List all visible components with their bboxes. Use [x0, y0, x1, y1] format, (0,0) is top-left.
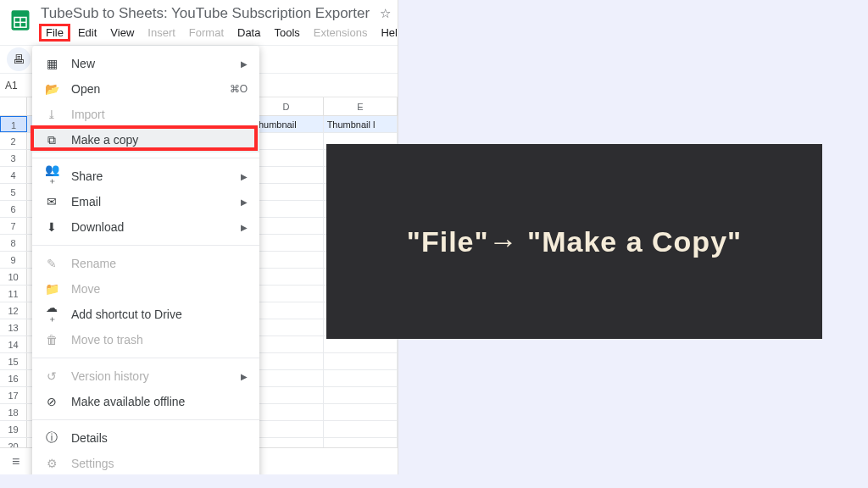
- menu-download[interactable]: ⬇ Download ▶: [32, 214, 259, 240]
- cell[interactable]: [249, 353, 323, 369]
- document-title[interactable]: TubeSub to Sheets: YouTube Subscription …: [39, 5, 371, 22]
- menu-data[interactable]: Data: [231, 24, 266, 42]
- cell[interactable]: [324, 353, 398, 369]
- cell[interactable]: Thumbnail: [249, 116, 323, 132]
- row-header[interactable]: 18: [0, 404, 27, 420]
- cell[interactable]: [249, 252, 323, 268]
- history-icon: ↺: [44, 369, 59, 383]
- cell[interactable]: [324, 387, 398, 403]
- menu-move-label: Move: [71, 282, 248, 296]
- cell[interactable]: [249, 336, 323, 352]
- cell[interactable]: [249, 319, 323, 336]
- cell[interactable]: [249, 235, 323, 251]
- cell[interactable]: [249, 286, 323, 302]
- menu-separator: [32, 158, 259, 158]
- row-header[interactable]: 13: [0, 319, 27, 336]
- menu-extensions[interactable]: Extensions: [308, 24, 374, 42]
- col-header-d[interactable]: D: [249, 97, 323, 115]
- menu-separator: [32, 245, 259, 246]
- cell[interactable]: [324, 370, 398, 386]
- instruction-text: "File"→ "Make a Copy": [407, 225, 742, 258]
- row-header[interactable]: 2: [0, 133, 27, 149]
- menu-settings[interactable]: ⚙ Settings: [32, 451, 259, 474]
- share-icon: 👥⁺: [44, 163, 59, 190]
- menu-make-a-copy[interactable]: ⧉ Make a copy: [32, 127, 259, 152]
- sheets-logo-icon[interactable]: [8, 5, 32, 36]
- menu-details[interactable]: ⓘ Details: [32, 425, 259, 451]
- copy-icon: ⧉: [44, 133, 59, 147]
- menu-file[interactable]: File: [39, 24, 70, 42]
- menu-separator: [32, 358, 259, 358]
- instruction-overlay: "File"→ "Make a Copy": [326, 144, 822, 339]
- row-header[interactable]: 1: [0, 116, 27, 132]
- row-header[interactable]: 16: [0, 370, 27, 386]
- print-icon[interactable]: 🖶: [7, 47, 31, 71]
- cell[interactable]: [249, 269, 323, 285]
- cell[interactable]: [249, 150, 323, 166]
- menu-share-label: Share: [71, 169, 229, 183]
- star-icon[interactable]: ☆: [380, 6, 391, 21]
- menu-view[interactable]: View: [104, 24, 140, 42]
- cell[interactable]: [249, 133, 323, 149]
- col-header-e[interactable]: E: [324, 97, 398, 115]
- file-menu-dropdown: ▦ New ▶ 📂 Open ⌘O ⤓ Import ⧉ Make a copy…: [32, 46, 259, 474]
- menu-version-history[interactable]: ↺ Version history ▶: [32, 363, 259, 389]
- row-header[interactable]: 8: [0, 235, 27, 251]
- menu-trash[interactable]: 🗑 Move to trash: [32, 327, 259, 352]
- menu-add-shortcut-label: Add shortcut to Drive: [71, 308, 248, 321]
- rename-icon: ✎: [44, 257, 59, 270]
- submenu-arrow-icon: ▶: [241, 372, 248, 381]
- cell[interactable]: [249, 167, 323, 183]
- menu-offline[interactable]: ⊘ Make available offline: [32, 389, 259, 414]
- cell[interactable]: [324, 404, 398, 420]
- menu-format[interactable]: Format: [183, 24, 230, 42]
- menubar: File Edit View Insert Format Data Tools …: [39, 22, 398, 45]
- row-header[interactable]: 9: [0, 252, 27, 268]
- cell[interactable]: [324, 421, 398, 437]
- row-header[interactable]: 10: [0, 269, 27, 285]
- row-header[interactable]: 6: [0, 201, 27, 217]
- row-header[interactable]: 5: [0, 184, 27, 200]
- all-sheets-icon[interactable]: ≡: [7, 454, 25, 469]
- menu-open-shortcut: ⌘O: [230, 83, 248, 95]
- menu-email[interactable]: ✉ Email ▶: [32, 189, 259, 214]
- cell[interactable]: [249, 387, 323, 403]
- cell[interactable]: [249, 302, 323, 319]
- row-header[interactable]: 11: [0, 286, 27, 302]
- menu-tools[interactable]: Tools: [268, 24, 305, 42]
- cell[interactable]: [249, 404, 323, 420]
- trash-icon: 🗑: [44, 333, 59, 347]
- menu-move[interactable]: 📁 Move: [32, 276, 259, 302]
- cell[interactable]: [249, 218, 323, 234]
- cell[interactable]: [249, 421, 323, 437]
- menu-import-label: Import: [71, 108, 248, 121]
- cell[interactable]: [249, 370, 323, 386]
- menu-rename[interactable]: ✎ Rename: [32, 251, 259, 276]
- submenu-arrow-icon: ▶: [241, 172, 248, 181]
- download-icon: ⬇: [44, 220, 59, 234]
- row-header[interactable]: 14: [0, 336, 27, 352]
- row-header[interactable]: 4: [0, 167, 27, 183]
- menu-import[interactable]: ⤓ Import: [32, 102, 259, 127]
- row-header[interactable]: 12: [0, 302, 27, 319]
- submenu-arrow-icon: ▶: [241, 223, 248, 232]
- menu-add-shortcut[interactable]: ☁⁺ Add shortcut to Drive: [32, 302, 259, 327]
- row-header[interactable]: 17: [0, 387, 27, 403]
- menu-new[interactable]: ▦ New ▶: [32, 51, 259, 76]
- menu-share[interactable]: 👥⁺ Share ▶: [32, 164, 259, 189]
- folder-open-icon: 📂: [44, 82, 59, 96]
- menu-trash-label: Move to trash: [71, 333, 248, 347]
- cell[interactable]: [249, 184, 323, 200]
- row-header[interactable]: 3: [0, 150, 27, 166]
- row-header[interactable]: 7: [0, 218, 27, 234]
- menu-help[interactable]: Help: [375, 24, 398, 42]
- move-icon: 📁: [44, 282, 59, 296]
- row-header[interactable]: 19: [0, 421, 27, 437]
- new-icon: ▦: [44, 57, 59, 70]
- cell[interactable]: [249, 201, 323, 217]
- menu-insert[interactable]: Insert: [142, 24, 181, 42]
- row-header[interactable]: 15: [0, 353, 27, 369]
- menu-edit[interactable]: Edit: [72, 24, 103, 42]
- cell[interactable]: Thumbnail l: [324, 116, 398, 132]
- menu-open[interactable]: 📂 Open ⌘O: [32, 76, 259, 102]
